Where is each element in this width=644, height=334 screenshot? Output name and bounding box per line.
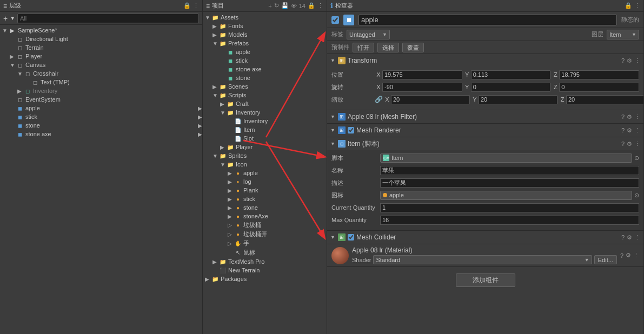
desc-input[interactable] <box>380 178 639 188</box>
expand-arrow[interactable]: ▶ <box>17 88 24 94</box>
expand-arrow[interactable]: ▼ <box>220 110 227 116</box>
list-item[interactable]: ↖ 鼠标 <box>203 248 327 257</box>
list-item[interactable]: ▶ 📁 Scenes <box>203 82 327 91</box>
mesh-collider-settings-icon[interactable]: ⚙ <box>627 234 632 241</box>
list-item[interactable]: ▼ 📁 Prefabs <box>203 39 327 48</box>
item-script-header[interactable]: ▼ ⊞ Item (脚本) ? ⚙ ⋮ <box>327 137 643 150</box>
expand-arrow[interactable]: ▶ <box>220 101 227 107</box>
list-item[interactable]: ▷ ● 垃圾桶 <box>203 221 327 230</box>
expand-arrow[interactable]: ▼ <box>213 153 219 159</box>
hierarchy-more-icon[interactable]: ⋮ <box>193 2 199 9</box>
shader-dropdown[interactable]: Standard ▼ <box>373 255 592 264</box>
name-input[interactable] <box>380 166 639 175</box>
mesh-collider-enabled[interactable] <box>348 234 354 241</box>
list-item[interactable]: ▼ ◻ Canvas <box>0 61 202 69</box>
item-script-more-icon[interactable]: ⋮ <box>634 141 640 148</box>
list-item[interactable]: ◼ stone axe ▶ <box>0 130 202 138</box>
expand-arrow[interactable]: ▼ <box>17 71 24 77</box>
list-item[interactable]: ▷ ● 垃圾桶开 <box>203 230 327 239</box>
inspector-more-icon[interactable]: ⋮ <box>634 2 640 9</box>
hierarchy-lock-icon[interactable]: 🔒 <box>183 2 191 9</box>
rotation-z-input[interactable] <box>559 83 639 92</box>
expand-arrow[interactable]: ▼ <box>220 162 227 168</box>
list-item[interactable]: ◼ apple ▶ <box>0 104 202 112</box>
list-item[interactable]: ▶ ● stoneAxe <box>203 212 327 221</box>
list-item[interactable]: ▶ 📁 Packages <box>203 275 327 283</box>
mesh-renderer-settings-icon[interactable]: ⚙ <box>627 127 632 134</box>
list-item[interactable]: ◻ Terrain <box>0 43 202 52</box>
hierarchy-search[interactable] <box>17 14 199 23</box>
mesh-renderer-enabled[interactable] <box>348 127 354 133</box>
project-more-icon[interactable]: ⋮ <box>317 2 323 9</box>
transform-header[interactable]: ▼ ⊞ Transform ? ⚙ ⋮ <box>327 54 643 67</box>
list-item[interactable]: ▶ ● stone <box>203 203 327 212</box>
expand-arrow[interactable]: ▶ <box>220 144 227 150</box>
position-x-input[interactable] <box>382 70 462 79</box>
max-qty-input[interactable] <box>380 216 639 225</box>
project-lock-icon[interactable]: 🔒 <box>308 2 315 9</box>
position-z-input[interactable] <box>559 70 639 79</box>
material-settings-icon[interactable]: ⚙ <box>626 252 631 259</box>
scale-x-input[interactable] <box>391 95 470 104</box>
mesh-renderer-more-icon[interactable]: ⋮ <box>634 127 640 134</box>
mesh-filter-settings-icon[interactable]: ⚙ <box>627 113 632 121</box>
list-item[interactable]: ▼ 📁 Sprites <box>203 151 327 160</box>
list-item[interactable]: ◼ apple <box>203 48 327 56</box>
list-item[interactable]: ▶ ◻ Inventory <box>0 86 202 95</box>
rotation-x-input[interactable] <box>382 83 462 92</box>
prefab-override-button[interactable]: 覆盖 <box>402 43 424 52</box>
material-help-icon[interactable]: ? <box>620 252 623 259</box>
material-more-icon[interactable]: ⋮ <box>633 252 639 259</box>
expand-arrow[interactable]: ▶ <box>10 54 16 59</box>
transform-more-icon[interactable]: ⋮ <box>634 57 640 64</box>
list-item[interactable]: ▼ ◻ Crosshair <box>0 69 202 78</box>
expand-arrow[interactable]: ▼ <box>10 62 16 68</box>
scale-z-input[interactable] <box>566 95 643 104</box>
expand-arrow[interactable]: ▶ <box>205 276 211 282</box>
list-item[interactable]: ▶ 📁 TextMesh Pro <box>203 257 327 266</box>
add-project-icon[interactable]: + <box>268 3 271 9</box>
eye-icon[interactable]: 👁 <box>291 3 297 9</box>
active-checkbox[interactable] <box>331 16 339 24</box>
mesh-collider-header[interactable]: ▼ ⊞ Mesh Collider ? ⚙ ⋮ <box>327 231 643 244</box>
expand-arrow[interactable]: ▼ <box>205 15 211 21</box>
dropdown-icon[interactable]: ▼ <box>10 15 15 21</box>
list-item[interactable]: ◻ Text (TMP) <box>0 78 202 86</box>
expand-arrow[interactable]: ▶ <box>213 84 219 90</box>
expand-arrow[interactable]: ▶ <box>213 32 219 38</box>
add-component-button[interactable]: 添加组件 <box>456 273 515 287</box>
add-icon[interactable]: + <box>3 14 8 23</box>
list-item[interactable]: ▶ ● stick <box>203 195 327 203</box>
list-item[interactable]: ▶ ● Plank <box>203 186 327 195</box>
transform-help-icon[interactable]: ? <box>621 57 625 64</box>
rotation-y-input[interactable] <box>471 83 551 92</box>
tag-dropdown[interactable]: Untagged ▼ <box>347 30 390 39</box>
current-qty-input[interactable] <box>380 203 639 212</box>
mesh-filter-header[interactable]: ▼ ⊞ Apple 08 lr (Mesh Filter) ? ⚙ ⋮ <box>327 110 643 123</box>
icon-target-icon[interactable]: ⊙ <box>634 192 639 199</box>
list-item[interactable]: ◼ stone axe <box>203 65 327 74</box>
material-edit-button[interactable]: Edit... <box>594 255 617 264</box>
scale-y-input[interactable] <box>479 95 557 104</box>
list-item[interactable]: ▶ 📁 Craft <box>203 99 327 108</box>
transform-settings-icon[interactable]: ⚙ <box>627 57 632 64</box>
list-item[interactable]: ▷ ✋ 手 <box>203 239 327 248</box>
list-item[interactable]: ◼ stone ▶ <box>0 121 202 130</box>
list-item[interactable]: ▶ ◻ Player <box>0 52 202 61</box>
position-y-input[interactable] <box>471 70 551 79</box>
mesh-filter-more-icon[interactable]: ⋮ <box>634 113 640 121</box>
list-item[interactable]: ◻ Directional Light <box>0 35 202 43</box>
item-script-settings-icon[interactable]: ⚙ <box>627 141 632 148</box>
mesh-collider-more-icon[interactable]: ⋮ <box>634 234 640 241</box>
list-item[interactable]: ◼ stone <box>203 74 327 82</box>
list-item[interactable]: ◼ stick <box>203 56 327 65</box>
item-script-help-icon[interactable]: ? <box>621 141 625 147</box>
expand-arrow[interactable]: ▼ <box>213 92 219 98</box>
list-item[interactable]: ▼ ▶ SampleScene* <box>0 26 202 35</box>
mesh-renderer-header[interactable]: ▼ ⊞ Mesh Renderer ? ⚙ ⋮ <box>327 124 643 137</box>
expand-arrow[interactable]: ▼ <box>213 41 219 46</box>
list-item[interactable]: ◻ EventSystem <box>0 95 202 104</box>
mesh-collider-help-icon[interactable]: ? <box>621 234 625 241</box>
list-item[interactable]: ◼ stick ▶ <box>0 112 202 121</box>
mesh-renderer-help-icon[interactable]: ? <box>621 127 625 133</box>
